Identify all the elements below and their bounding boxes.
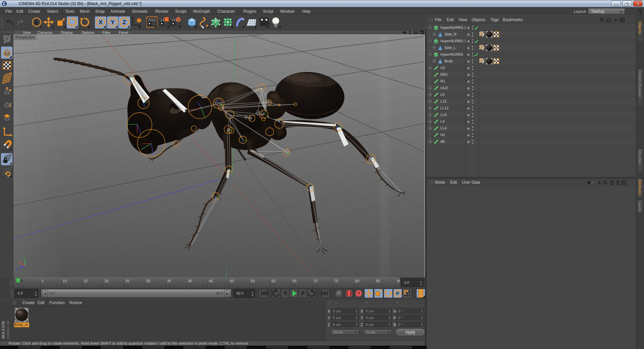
svg-text:45: 45	[209, 279, 213, 283]
svg-text:?: ?	[358, 291, 360, 296]
svg-text:85: 85	[376, 279, 380, 283]
svg-text:90: 90	[397, 279, 400, 283]
svg-text:40: 40	[188, 279, 192, 283]
svg-text:X: X	[19, 260, 21, 264]
svg-text:P: P	[396, 291, 399, 296]
svg-text:Z: Z	[15, 267, 17, 271]
svg-text:20: 20	[104, 279, 108, 283]
svg-text:65: 65	[292, 279, 297, 283]
svg-text:X: X	[99, 19, 103, 25]
svg-text:35: 35	[167, 279, 171, 283]
svg-text:15: 15	[84, 279, 88, 283]
svg-text:Z: Z	[123, 19, 126, 25]
svg-text:55: 55	[251, 279, 255, 283]
svg-text:50: 50	[230, 279, 234, 283]
svg-text:Y: Y	[111, 19, 115, 25]
svg-text:25: 25	[125, 279, 129, 283]
svg-text:70: 70	[313, 279, 317, 283]
svg-text:0: 0	[21, 279, 23, 283]
svg-text:30: 30	[146, 279, 150, 283]
svg-text:10: 10	[63, 279, 67, 283]
svg-text:80: 80	[355, 279, 359, 283]
svg-text:60: 60	[272, 279, 276, 283]
svg-text:5: 5	[42, 279, 44, 283]
svg-text:Y: Y	[23, 257, 26, 261]
svg-text:75: 75	[334, 279, 338, 283]
